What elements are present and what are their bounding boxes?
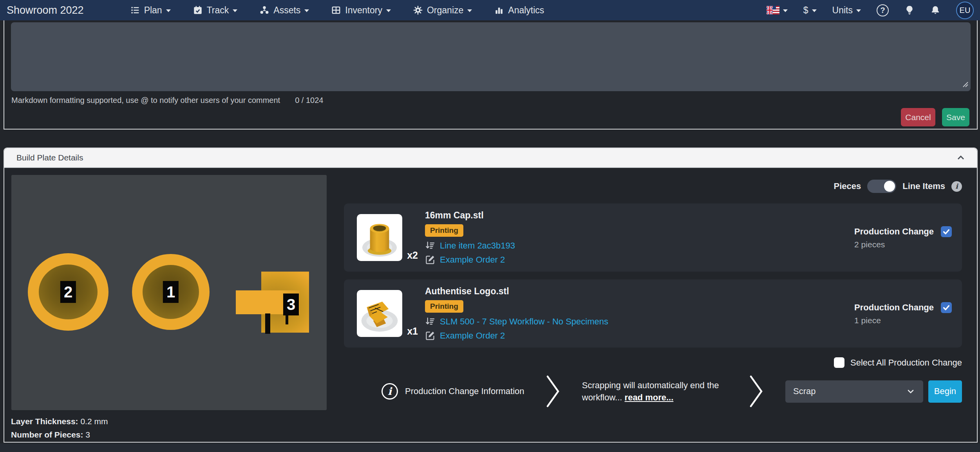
line-item-link-row[interactable]: Line item 2ac3b193: [425, 240, 515, 251]
tips-button[interactable]: [904, 5, 915, 15]
layer-thickness-label: Layer Thickness:: [11, 417, 78, 426]
nav-organize[interactable]: Organize: [413, 5, 472, 16]
select-all-checkbox[interactable]: [834, 357, 844, 368]
chevron-up-icon[interactable]: [955, 152, 966, 163]
build-plate-preview[interactable]: 2 1 3: [11, 175, 327, 410]
bell-icon: [930, 5, 940, 15]
currency-selector[interactable]: $: [803, 5, 817, 16]
cancel-button[interactable]: Cancel: [901, 108, 935, 126]
pieces-toggle-label[interactable]: Pieces: [834, 181, 861, 191]
edit-icon: [425, 330, 436, 341]
plate-piece-3-mark: [286, 314, 288, 324]
production-change-label: Production Change: [854, 303, 934, 313]
item-thumbnail-wrap: x1: [357, 290, 402, 337]
flag-icon: [767, 6, 779, 14]
list-check-icon: [130, 5, 140, 15]
item-thumbnail-wrap: x2: [357, 214, 402, 261]
production-change-row: Production Change: [854, 226, 952, 237]
notifications-button[interactable]: [930, 5, 940, 15]
line-items-toggle-label[interactable]: Line Items: [902, 181, 945, 191]
status-badge: Printing: [425, 300, 463, 313]
order-link-row[interactable]: Example Order 2: [425, 254, 505, 265]
nav-label: Inventory: [345, 5, 382, 16]
nav-assets[interactable]: Assets: [259, 5, 309, 16]
page: Showroom 2022 Plan Track Assets: [0, 0, 980, 452]
help-button[interactable]: ?: [877, 4, 889, 16]
nav-inventory[interactable]: Inventory: [331, 5, 391, 16]
order-link[interactable]: Example Order 2: [440, 331, 505, 341]
piece-number-label: 3: [283, 294, 299, 315]
chevron-right-icon: [546, 375, 560, 408]
chevron-down-icon: [386, 9, 391, 12]
piece-number-label: 2: [60, 281, 76, 303]
chevron-right-icon: [749, 375, 763, 408]
gear-icon: [413, 5, 423, 15]
next-section-edge: [0, 443, 980, 452]
chevron-down-icon: [304, 9, 309, 12]
production-change-checkbox[interactable]: [941, 302, 952, 313]
nav-analytics[interactable]: Analytics: [494, 5, 544, 16]
currency-symbol: $: [803, 5, 808, 16]
status-badge: Printing: [425, 224, 463, 237]
units-selector[interactable]: Units: [832, 5, 861, 16]
lightbulb-icon: [904, 5, 915, 15]
workflow-link[interactable]: SLM 500 - 7 Step Workflow - No Specimens: [440, 317, 608, 327]
chevron-down-icon: [783, 9, 788, 12]
users-icon: [259, 5, 269, 15]
nav-label: Plan: [144, 5, 162, 16]
save-button[interactable]: Save: [942, 108, 969, 126]
nav-label: Organize: [427, 5, 463, 16]
markdown-hint: Markdown formatting supported, use @ to …: [11, 96, 280, 105]
production-change-row: Production Change: [854, 302, 952, 313]
pieces-count-value: 3: [85, 430, 90, 439]
build-plate-details-card: Build Plate Details 2 1 3: [4, 148, 978, 443]
edit-icon: [425, 254, 436, 265]
view-toggle-row: Pieces Line Items i: [344, 180, 962, 193]
app-title[interactable]: Showroom 2022: [7, 4, 84, 16]
line-items-column: Pieces Line Items i: [344, 168, 962, 408]
comment-textarea-wrap: [11, 22, 971, 91]
nav-label: Analytics: [508, 5, 544, 16]
plate-piece-1[interactable]: 1: [132, 254, 210, 330]
comment-input[interactable]: [11, 22, 971, 91]
pieces-count: 2 pieces: [854, 240, 885, 249]
action-select-value: Scrap: [793, 386, 815, 396]
comment-editor-card: Markdown formatting supported, use @ to …: [4, 20, 978, 130]
calendar-check-icon: [193, 5, 203, 15]
plate-piece-3-mark: [265, 313, 270, 334]
action-select[interactable]: Scrap: [785, 380, 923, 403]
info-icon[interactable]: i: [951, 181, 962, 192]
line-item-link[interactable]: Line item 2ac3b193: [440, 241, 515, 251]
comment-helper-row: Markdown formatting supported, use @ to …: [11, 96, 323, 105]
item-thumbnail[interactable]: [357, 214, 402, 261]
line-item-card: x1 Authentise Logo.stl Printing SLM 500 …: [344, 279, 962, 348]
layer-thickness-row: Layer Thickness: 0.2 mm: [11, 415, 108, 428]
line-item-card: x2 16mm Cap.stl Printing Line item 2ac3b…: [344, 203, 962, 272]
nav-plan[interactable]: Plan: [130, 5, 171, 16]
nav-track[interactable]: Track: [193, 5, 238, 16]
begin-button[interactable]: Begin: [928, 380, 962, 403]
section-title: Build Plate Details: [16, 153, 83, 162]
info-message: Scrapping will automatically end the wor…: [582, 379, 728, 403]
order-link[interactable]: Example Order 2: [440, 255, 505, 265]
sort-descending-icon: [425, 240, 436, 251]
info-group: i Production Change Information: [382, 383, 524, 400]
build-plate-details-header[interactable]: Build Plate Details: [4, 148, 977, 168]
item-thumbnail[interactable]: [357, 290, 402, 337]
plate-piece-2[interactable]: 2: [28, 253, 108, 331]
production-change-checkbox[interactable]: [941, 226, 952, 237]
navbar: Showroom 2022 Plan Track Assets: [0, 0, 980, 20]
pieces-count-label: Number of Pieces:: [11, 430, 83, 439]
chevron-down-icon: [906, 387, 915, 396]
view-toggle[interactable]: [867, 180, 896, 193]
main-menu: Plan Track Assets In: [130, 5, 544, 16]
item-title: 16mm Cap.stl: [425, 210, 484, 221]
navbar-right: $ Units ? EU: [767, 2, 974, 19]
quantity-label: x1: [407, 326, 418, 337]
workflow-link-row[interactable]: SLM 500 - 7 Step Workflow - No Specimens: [425, 316, 608, 327]
read-more-link[interactable]: read more...: [625, 393, 674, 402]
language-selector[interactable]: [767, 6, 788, 14]
chevron-down-icon: [166, 9, 171, 12]
user-avatar[interactable]: EU: [956, 2, 974, 19]
order-link-row[interactable]: Example Order 2: [425, 330, 505, 341]
